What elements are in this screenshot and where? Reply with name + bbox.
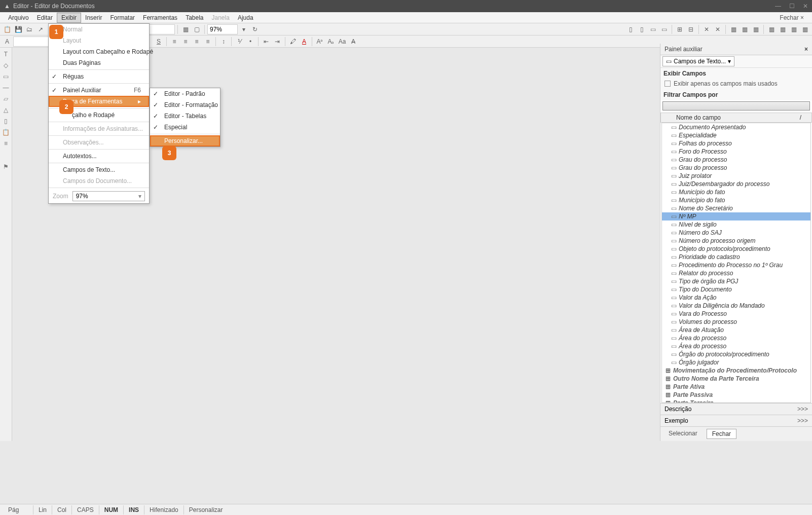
- menu-ferramentas[interactable]: Ferramentas: [139, 13, 181, 22]
- field-row[interactable]: ▭ Nº MP: [662, 212, 810, 220]
- aux-filter-input[interactable]: [662, 101, 810, 111]
- menu-item-reguas[interactable]: ✓Réguas: [49, 71, 149, 82]
- split-cells-icon[interactable]: ⊟: [686, 24, 696, 34]
- col-insert-right-icon[interactable]: ▯: [637, 24, 647, 34]
- tool-shape-icon[interactable]: ◇: [2, 61, 11, 70]
- field-row[interactable]: ▭ Tipo de órgão da PGJ: [662, 277, 810, 285]
- tool-flag-icon[interactable]: ⚑: [2, 162, 11, 171]
- tool-stack-icon[interactable]: ≡: [2, 139, 11, 148]
- field-row[interactable]: ▭ Nome do Secretário: [662, 204, 810, 212]
- align-right-icon[interactable]: ≡: [192, 36, 202, 47]
- btn-fechar[interactable]: Fechar: [707, 429, 736, 439]
- field-row[interactable]: ▭ Especialidade: [662, 131, 810, 139]
- field-row[interactable]: ▭ Vara do Processo: [662, 310, 810, 318]
- submenu-editor-formatacao[interactable]: ✓Editor - Formatação: [150, 99, 220, 111]
- grid1-icon[interactable]: ▦: [766, 24, 777, 34]
- aux-exemplo-row[interactable]: Exemplo>>>: [660, 415, 812, 426]
- menu-item-layout[interactable]: Layout: [49, 35, 149, 46]
- font-icon[interactable]: A: [2, 36, 12, 47]
- tool-rect-icon[interactable]: ▱: [2, 94, 11, 103]
- delete-col-icon[interactable]: ✕: [702, 24, 712, 34]
- table-props-icon[interactable]: ▦: [728, 24, 739, 34]
- field-row[interactable]: ▭ Foro do Processo: [662, 148, 810, 156]
- menu-item-layout-cabecalho[interactable]: Layout com Cabeçalho e Rodapé: [49, 46, 149, 57]
- clear-format-icon[interactable]: A̶: [348, 36, 358, 47]
- menu-item-painel-auxiliar[interactable]: ✓Painel AuxiliarF6: [49, 85, 149, 96]
- indent-icon[interactable]: ⇥: [272, 36, 282, 47]
- expand-icon[interactable]: ⊞: [665, 367, 671, 374]
- align-justify-icon[interactable]: ≡: [203, 36, 213, 47]
- cell-shade-icon[interactable]: ▦: [751, 24, 761, 34]
- refresh-icon[interactable]: ↻: [250, 24, 260, 34]
- menu-exibir[interactable]: Exibir: [57, 13, 81, 23]
- menu-arquivo[interactable]: Arquivo: [4, 13, 33, 22]
- field-row[interactable]: ▭ Grau do processo: [662, 164, 810, 172]
- line-spacing-icon[interactable]: ↕: [218, 36, 229, 47]
- underline-icon[interactable]: S: [154, 36, 164, 47]
- outdent-icon[interactable]: ⇤: [261, 36, 271, 47]
- field-row[interactable]: ▭ Valor da Diligência do Mandado: [662, 302, 810, 310]
- expand-icon[interactable]: ⊞: [665, 383, 671, 390]
- table-icon[interactable]: ▦: [180, 24, 191, 34]
- field-row[interactable]: ▭ Juiz/Desembargador do processo: [662, 180, 810, 188]
- merge-cells-icon[interactable]: ⊞: [675, 24, 685, 34]
- menu-item-campos-texto[interactable]: Campos de Texto...: [49, 164, 149, 175]
- submenu-especial[interactable]: ✓Especial: [150, 122, 220, 133]
- field-row[interactable]: ▭ Município do fato: [662, 188, 810, 196]
- expand-icon[interactable]: ⊞: [665, 391, 671, 398]
- tool-text-icon[interactable]: T: [2, 50, 11, 59]
- aux-combo[interactable]: ▭ Campos de Texto... ▾: [662, 56, 734, 66]
- menu-item-autotextos[interactable]: Autotextos...: [49, 151, 149, 162]
- field-row[interactable]: ▭ Procedimento do Processo no 1º Grau: [662, 261, 810, 269]
- row-insert-above-icon[interactable]: ▭: [648, 24, 658, 34]
- expand-icon[interactable]: ⊞: [665, 399, 671, 403]
- menu-fechar[interactable]: Fechar ×: [780, 14, 808, 21]
- zoom-combo[interactable]: 97%: [207, 24, 238, 34]
- delete-row-icon[interactable]: ✕: [713, 24, 723, 34]
- field-row[interactable]: ▭ Relator do processo: [662, 269, 810, 277]
- numbered-list-icon[interactable]: ⅟: [234, 36, 244, 47]
- align-center-icon[interactable]: ≡: [180, 36, 191, 47]
- font-color-icon[interactable]: A: [299, 36, 309, 47]
- tool-triangle-icon[interactable]: △: [2, 105, 11, 115]
- case-icon[interactable]: Aa: [337, 36, 347, 47]
- checkbox-icon[interactable]: [665, 81, 671, 87]
- btn-selecionar[interactable]: Selecionar: [663, 429, 703, 439]
- menu-item-campos-documento[interactable]: Campos do Documento...: [49, 175, 149, 187]
- saveall-icon[interactable]: 🗂: [24, 24, 34, 34]
- field-row[interactable]: ▭ Número do SAJ: [662, 229, 810, 237]
- subscript-icon[interactable]: Aₐ: [326, 36, 336, 47]
- menu-item-observacoes[interactable]: Observações...: [49, 137, 149, 148]
- field-group-row[interactable]: ⊞ Parte Ativa: [662, 383, 810, 391]
- field-row[interactable]: ▭ Prioridade do cadastro: [662, 253, 810, 261]
- col-insert-left-icon[interactable]: ▯: [625, 24, 636, 34]
- menu-janela[interactable]: Janela: [208, 13, 234, 22]
- field-row[interactable]: ▭ Município do fato: [662, 196, 810, 204]
- field-row[interactable]: ▭ Área do processo: [662, 342, 810, 350]
- field-row[interactable]: ▭ Órgão do protocolo/procedimento: [662, 350, 810, 358]
- highlight-icon[interactable]: 🖍: [288, 36, 298, 47]
- field-row[interactable]: ▭ Número do processo origem: [662, 237, 810, 245]
- menu-item-duas-paginas[interactable]: Duas Páginas: [49, 57, 149, 68]
- tool-image-icon[interactable]: ▭: [2, 72, 11, 81]
- field-row[interactable]: ▭ Volumes do processo: [662, 318, 810, 326]
- bullet-list-icon[interactable]: •: [245, 36, 255, 47]
- field-row[interactable]: ▭ Tipo do Documento: [662, 285, 810, 293]
- grid3-icon[interactable]: ▦: [789, 24, 799, 34]
- tool-line-icon[interactable]: ―: [2, 83, 11, 92]
- export-icon[interactable]: ↗: [35, 24, 46, 34]
- field-row[interactable]: ▭ Órgão julgador: [662, 358, 810, 366]
- superscript-icon[interactable]: Aᵃ: [315, 36, 325, 47]
- row-insert-below-icon[interactable]: ▭: [659, 24, 669, 34]
- menu-inserir[interactable]: Inserir: [81, 13, 106, 22]
- align-left-icon[interactable]: ≡: [169, 36, 179, 47]
- submenu-editor-padrao[interactable]: ✓Editor - Padrão: [150, 88, 220, 99]
- menu-editar[interactable]: Editar: [33, 13, 57, 22]
- field-row[interactable]: ▭ Área do processo: [662, 334, 810, 342]
- aux-column-header[interactable]: Nome do campo /: [660, 113, 812, 123]
- field-group-row[interactable]: ⊞ Parte Terceira: [662, 399, 810, 403]
- grid4-icon[interactable]: ▦: [800, 24, 810, 34]
- tool-page-icon[interactable]: ▯: [2, 117, 11, 126]
- border-icon[interactable]: ▢: [192, 24, 202, 34]
- field-row[interactable]: ▭ Nível de sigilo: [662, 220, 810, 229]
